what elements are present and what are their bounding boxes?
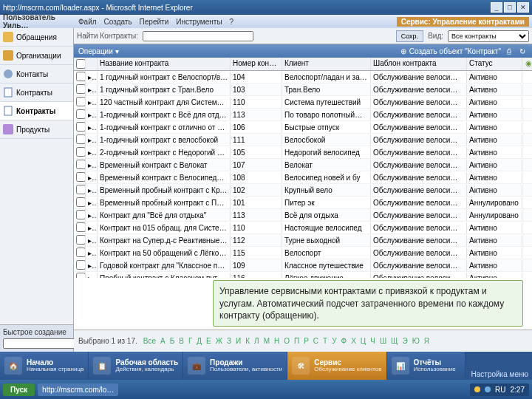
- alpha-letter[interactable]: М: [264, 337, 270, 345]
- row-checkbox[interactable]: [76, 197, 86, 207]
- row-checkbox[interactable]: [76, 147, 86, 157]
- refresh-icon[interactable]: ↻: [517, 46, 528, 56]
- row-checkbox[interactable]: [76, 273, 86, 279]
- table-row[interactable]: ▸ 📄Временный пробный контракт с Крупный …: [74, 184, 532, 197]
- minimize-button[interactable]: _: [491, 2, 502, 13]
- alpha-letter[interactable]: Б: [170, 337, 175, 345]
- task-button[interactable]: http://mscrm.com/lo…: [38, 383, 118, 396]
- row-checkbox[interactable]: [76, 97, 86, 106]
- sidebar-item-contacts[interactable]: Контакты: [0, 65, 73, 83]
- alpha-letter[interactable]: Ч: [370, 337, 375, 345]
- ol-workspace[interactable]: 📋Рабочая областьДействия, календарь: [89, 352, 183, 380]
- sidebar-item-contracts[interactable]: Контракты: [0, 83, 73, 102]
- table-row[interactable]: ▸ 📄Контракт для "Всё для отдыха"113Всё д…: [74, 209, 532, 222]
- col-extra-icon[interactable]: ◉: [522, 58, 532, 70]
- row-checkbox[interactable]: [76, 210, 86, 219]
- row-checkbox[interactable]: [76, 222, 86, 232]
- alpha-letter[interactable]: Ю: [412, 337, 420, 345]
- col-status[interactable]: Статус: [467, 58, 522, 70]
- alpha-letter[interactable]: П: [294, 337, 299, 345]
- col-template[interactable]: Шаблон контракта: [371, 58, 467, 70]
- col-number[interactable]: Номер контракта: [231, 58, 282, 70]
- table-row[interactable]: ▸ 📄1-годичный контракт с отлично от отпу…: [74, 121, 532, 134]
- table-row[interactable]: ▸ 📄Годовой контракт для "Классное путеше…: [74, 259, 532, 272]
- alpha-letter[interactable]: О: [284, 337, 290, 345]
- sidebar-item-cases[interactable]: Обращения: [0, 28, 73, 47]
- tray-icon[interactable]: [485, 386, 491, 392]
- menu-tools[interactable]: Инструменты: [176, 18, 222, 26]
- col-checkbox[interactable]: [74, 58, 86, 70]
- row-checkbox[interactable]: [76, 84, 86, 94]
- alpha-letter[interactable]: Д: [197, 337, 202, 345]
- table-row[interactable]: ▸ 📄2-годичный контракт с Недорогий велос…: [74, 146, 532, 159]
- alpha-letter[interactable]: Я: [424, 337, 429, 345]
- close-button[interactable]: ✕: [517, 2, 529, 13]
- alpha-letter[interactable]: Н: [274, 337, 279, 345]
- tray-icon[interactable]: [474, 386, 480, 392]
- table-row[interactable]: ▸ 📄1 годичный контракт с Тран.Вело103Тра…: [74, 83, 532, 96]
- row-checkbox[interactable]: [76, 134, 86, 144]
- alpha-letter[interactable]: Ж: [216, 337, 222, 345]
- alpha-letter[interactable]: Р: [304, 337, 309, 345]
- table-row[interactable]: ▸ 📄1-годичный контракт с Всё для отдыха……: [74, 109, 532, 121]
- table-row[interactable]: ▸ 📄Временный контракт с Велосипедная вед…: [74, 171, 532, 184]
- menu-goto[interactable]: Перейти: [140, 18, 169, 26]
- alpha-letter[interactable]: З: [227, 337, 231, 345]
- alpha-letter[interactable]: Ф: [341, 337, 347, 345]
- sidebar-item-products[interactable]: Продукты: [0, 120, 73, 139]
- maximize-button[interactable]: □: [504, 2, 516, 13]
- row-checkbox[interactable]: [76, 72, 86, 81]
- alpha-letter[interactable]: У: [332, 337, 336, 345]
- view-select[interactable]: Все контракты: [448, 30, 529, 42]
- alpha-letter[interactable]: И: [236, 337, 241, 345]
- ol-sales[interactable]: 💼ПродажиПользователи, активности: [183, 352, 287, 380]
- alpha-letter[interactable]: В: [179, 337, 184, 345]
- alpha-letter[interactable]: Т: [323, 337, 327, 345]
- menu-help[interactable]: ?: [230, 18, 234, 26]
- ol-config[interactable]: Настройка меню: [466, 352, 532, 380]
- operations-menu[interactable]: Операции ▾: [78, 47, 119, 55]
- sidebar-item-contracts-active[interactable]: Контракты: [0, 102, 73, 120]
- ol-reports[interactable]: 📊ОтчётыИспользование: [387, 352, 466, 380]
- col-name[interactable]: Название контракта: [98, 58, 231, 70]
- table-row[interactable]: ▸ 📄Контракт на 015 обращ. для Система пу…: [74, 222, 532, 234]
- alpha-letter[interactable]: А: [160, 337, 166, 345]
- row-checkbox[interactable]: [76, 172, 86, 182]
- alpha-letter[interactable]: Х: [351, 337, 356, 345]
- table-row[interactable]: ▸ 📄Контракт на 50 обращений с Лёгкое дви…: [74, 247, 532, 259]
- table-row[interactable]: ▸ 📄Временный пробный контракт с Питер эк…: [74, 197, 532, 209]
- search-input[interactable]: [143, 31, 253, 41]
- ol-home[interactable]: 🏠НачалоНачальная страница: [0, 352, 89, 380]
- menu-file[interactable]: Файл: [78, 18, 97, 26]
- row-checkbox[interactable]: [76, 260, 86, 270]
- alpha-letter[interactable]: Ц: [361, 337, 366, 345]
- table-row[interactable]: ▸ 📄Пробный контракт с Классном путешеств…: [74, 272, 532, 278]
- row-checkbox[interactable]: [76, 109, 86, 119]
- row-checkbox[interactable]: [76, 160, 86, 169]
- menu-create[interactable]: Создать: [104, 18, 132, 26]
- alpha-letter[interactable]: Щ: [391, 337, 398, 345]
- table-row[interactable]: ▸ 📄Контракт на Супер.д-с Реактивные вело…: [74, 234, 532, 247]
- row-checkbox[interactable]: [76, 248, 86, 257]
- row-checkbox[interactable]: [76, 185, 86, 194]
- row-checkbox[interactable]: [76, 235, 86, 245]
- save-button[interactable]: Сохр.: [396, 30, 423, 42]
- alpha-letter[interactable]: С: [313, 337, 318, 345]
- print-icon[interactable]: ⎙: [504, 46, 514, 56]
- alpha-all[interactable]: Все: [143, 337, 156, 345]
- alpha-letter[interactable]: Э: [402, 337, 407, 345]
- table-row[interactable]: ▸ 📄1-годичный контракт с велосбокой111Ве…: [74, 134, 532, 146]
- table-row[interactable]: ▸ 📄1 годичный контракт с Велоспорт/ведча…: [74, 71, 532, 83]
- table-row[interactable]: ▸ 📄120 частный контракт для Система путе…: [74, 96, 532, 109]
- ol-service[interactable]: 🛠СервисОбслуживание клиентов: [287, 352, 386, 380]
- start-button[interactable]: Пуск: [3, 383, 35, 396]
- select-all-checkbox[interactable]: [76, 59, 86, 69]
- lang-indicator[interactable]: RU: [495, 386, 505, 394]
- alpha-letter[interactable]: Л: [254, 337, 259, 345]
- sidebar-item-orgs[interactable]: Организации: [0, 47, 73, 65]
- alpha-letter[interactable]: К: [245, 337, 250, 345]
- new-contract-button[interactable]: ⊕ Создать объект "Контракт": [400, 47, 501, 55]
- alpha-letter[interactable]: Е: [206, 337, 211, 345]
- alpha-letter[interactable]: Ш: [380, 337, 386, 345]
- row-checkbox[interactable]: [76, 122, 86, 132]
